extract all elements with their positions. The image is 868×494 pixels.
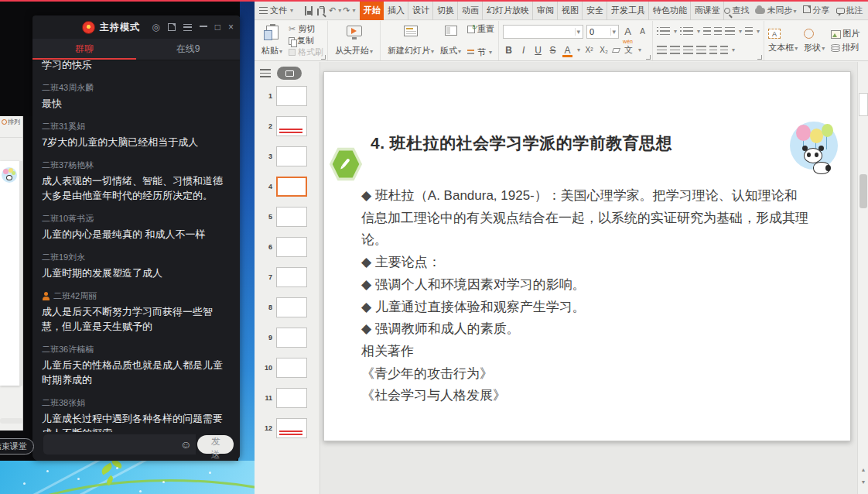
textbox-icon[interactable]: A xyxy=(768,29,781,39)
new-slide-button[interactable]: 新建幻灯片▾ xyxy=(384,24,437,58)
new-doc-icon[interactable] xyxy=(311,6,313,15)
slide-thumbnail-row[interactable]: 3 xyxy=(255,146,320,166)
superscript-button[interactable]: X² xyxy=(583,46,595,54)
toolbar-more-icon[interactable]: ▾ xyxy=(352,7,355,14)
bold-button[interactable]: B xyxy=(503,45,514,56)
end-class-button[interactable]: 结束课堂 xyxy=(0,438,34,455)
panda-balloons-image[interactable] xyxy=(790,122,839,193)
from-beginning-button[interactable]: 从头开始▾ xyxy=(332,24,376,58)
slide-thumbnail[interactable] xyxy=(276,328,307,348)
send-button[interactable]: 发送 xyxy=(197,435,234,454)
menu-tab[interactable]: 开始 xyxy=(360,2,384,20)
subscript-button[interactable]: X₂ xyxy=(598,46,610,54)
slide-view-toggle[interactable] xyxy=(277,67,302,80)
slide-thumbnail-row[interactable]: 4 xyxy=(255,177,320,197)
slide-thumbnail-row[interactable]: 10 xyxy=(255,358,320,378)
cut-button[interactable]: ✂剪切 xyxy=(289,24,323,35)
menu-tab[interactable]: 特色功能 xyxy=(649,2,691,20)
slide-title-textbox[interactable]: 4. 班杜拉的社会学习学派的学前教育思想 xyxy=(371,132,672,154)
align-right-icon[interactable] xyxy=(683,46,693,54)
slide-thumbnail[interactable] xyxy=(276,267,307,287)
menu-tab[interactable]: 幻灯片放映 xyxy=(483,2,533,20)
menu-tab[interactable]: 安全 xyxy=(583,2,607,20)
previous-slide-button[interactable]: ▲ xyxy=(858,467,868,472)
slide-thumbnail-row[interactable]: 7 xyxy=(255,267,320,287)
taskpane-handle[interactable] xyxy=(859,93,868,116)
layout-button[interactable]: 版式▾ xyxy=(437,24,464,58)
slide-thumbnail[interactable] xyxy=(276,177,307,197)
dialog-launcher[interactable] xyxy=(757,55,762,60)
popout-icon[interactable] xyxy=(168,23,176,31)
next-slide-button[interactable]: ▼ xyxy=(858,479,868,485)
minimize-icon[interactable] xyxy=(200,26,207,27)
font-color-button[interactable]: A xyxy=(562,45,573,56)
emoji-icon[interactable]: ☺ xyxy=(176,434,196,455)
slide-thumbnail[interactable] xyxy=(276,237,307,257)
increase-font-icon[interactable]: A xyxy=(622,26,634,37)
clear-format-icon[interactable] xyxy=(612,48,620,53)
print-icon[interactable] xyxy=(317,9,319,15)
menu-tab[interactable]: 设计 xyxy=(408,2,433,20)
format-painter-button[interactable]: 格式刷 xyxy=(289,47,323,58)
text-direction-icon[interactable] xyxy=(725,27,735,36)
slide-thumbnail[interactable] xyxy=(276,358,307,378)
slide-thumbnail[interactable] xyxy=(276,207,307,227)
print-preview-icon[interactable] xyxy=(323,7,325,14)
edit-hexagon-badge[interactable] xyxy=(329,146,363,182)
textbox-button[interactable]: 文本框▾ xyxy=(768,42,798,53)
reset-button[interactable]: ↻重置 xyxy=(467,24,494,35)
file-menu[interactable]: 文件▾ xyxy=(255,5,298,16)
underline-button[interactable]: U xyxy=(532,45,544,56)
dialog-launcher[interactable] xyxy=(321,55,326,60)
settings-icon[interactable]: ◎ xyxy=(152,22,159,32)
maximize-icon[interactable]: □ xyxy=(215,22,220,32)
italic-button[interactable]: I xyxy=(518,45,529,56)
slide-thumbnail[interactable] xyxy=(276,388,307,408)
line-spacing-icon[interactable] xyxy=(720,46,728,54)
comment-button[interactable]: 批注 xyxy=(836,5,863,16)
close-icon[interactable]: × xyxy=(228,22,234,32)
copy-button[interactable]: 复制 xyxy=(289,36,323,46)
slide-thumbnail[interactable] xyxy=(276,86,307,106)
phonetic-guide-button[interactable]: wén文 xyxy=(623,44,634,56)
menu-tab[interactable]: 动画 xyxy=(458,2,483,20)
redo-icon[interactable]: ↷ xyxy=(343,5,350,15)
shapes-icon[interactable] xyxy=(804,29,814,39)
menu-tab[interactable]: 开发工具 xyxy=(607,2,649,20)
numbered-list-icon[interactable] xyxy=(683,27,693,36)
slide-thumbnail-row[interactable]: 6 xyxy=(255,237,320,257)
menu-tab[interactable]: 切换 xyxy=(433,2,458,20)
slide-thumbnail-row[interactable]: 1 xyxy=(255,86,320,106)
chat-message-list[interactable]: 学习的快乐 二班43周永麟 最快 二班31奚娟 7岁大的儿童的大脑已经相当于成人… xyxy=(32,60,240,432)
slide-thumbnail-row[interactable]: 12 xyxy=(255,418,320,438)
document-scrollbar[interactable]: ▲ ▼ xyxy=(857,62,868,494)
justify-icon[interactable] xyxy=(696,46,706,54)
menu-tab[interactable]: 雨课堂 xyxy=(691,2,724,20)
slide-thumbnail-row[interactable]: 2 xyxy=(255,116,320,136)
chat-message-input[interactable] xyxy=(43,434,176,455)
increase-indent-icon[interactable] xyxy=(714,27,722,36)
font-name-select[interactable]: ▾ xyxy=(503,25,583,39)
undo-icon[interactable]: ↶ xyxy=(329,5,336,15)
distribute-icon[interactable] xyxy=(709,46,717,54)
decrease-indent-icon[interactable] xyxy=(703,27,711,36)
find-button[interactable]: 查找 xyxy=(724,5,749,16)
arrange-button[interactable]: 排列 xyxy=(831,42,859,53)
slide-thumbnail-row[interactable]: 11 xyxy=(255,388,320,408)
insert-picture-button[interactable]: 图片 xyxy=(831,28,859,39)
align-center-icon[interactable] xyxy=(670,46,680,54)
dialog-launcher[interactable] xyxy=(646,55,651,60)
section-button[interactable]: 节▾ xyxy=(467,47,494,58)
chat-titlebar[interactable]: 主持模式 ◎ □ × xyxy=(32,15,240,39)
menu-tab[interactable]: 视图 xyxy=(558,2,583,20)
slide-thumbnail[interactable] xyxy=(276,146,307,166)
font-size-select[interactable]: 0▾ xyxy=(586,25,619,39)
slide-thumbnail[interactable] xyxy=(276,297,307,317)
chat-tab[interactable]: 群聊 xyxy=(32,39,136,60)
save-icon[interactable] xyxy=(305,6,306,15)
shapes-button[interactable]: 形状▾ xyxy=(804,42,825,53)
sync-status[interactable]: 未同步▾ xyxy=(755,5,796,16)
slide-4[interactable]: 4. 班杜拉的社会学习学派的学前教育思想 xyxy=(323,71,851,441)
paste-button[interactable]: 粘贴▾ xyxy=(258,24,285,58)
outline-view-icon[interactable] xyxy=(260,69,271,78)
